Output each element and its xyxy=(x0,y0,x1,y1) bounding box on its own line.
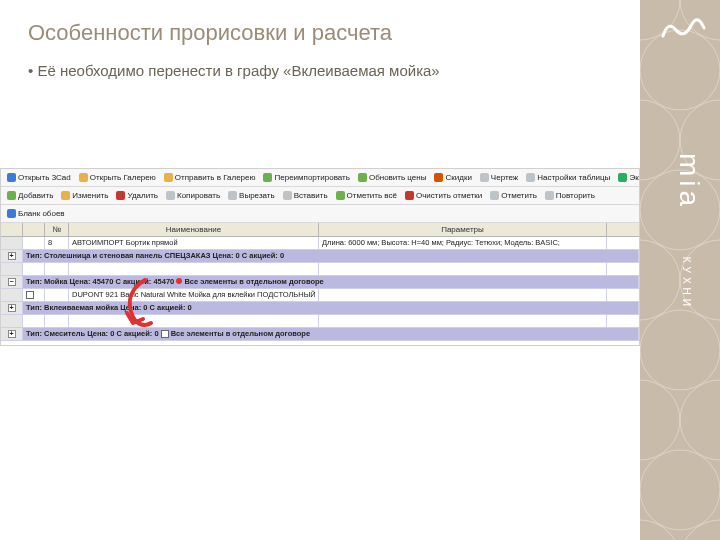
copy-button[interactable]: Копировать xyxy=(164,190,222,201)
edit-label: Изменить xyxy=(72,191,108,200)
row-params: Длина: 6000 мм; Высота: H=40 мм; Радиус:… xyxy=(319,237,607,249)
table-settings-label: Настройки таблицы xyxy=(537,173,610,182)
refresh-prices-button[interactable]: Обновить цены xyxy=(356,172,429,183)
group-mixer-label: Тип: Смеситель Цена: 0 С акцией: 0 Все э… xyxy=(23,328,639,340)
slide-bullet: Её необходимо перенести в графу «Вклеива… xyxy=(28,62,440,79)
svg-point-12 xyxy=(640,520,680,540)
checkbox[interactable] xyxy=(26,291,34,299)
drawing-label: Чертеж xyxy=(491,173,518,182)
add-label: Добавить xyxy=(18,191,53,200)
toolbar-extra: Бланк обоев xyxy=(1,205,639,223)
export-excel-label: Экспорт в Excel xyxy=(629,173,639,182)
cut-button[interactable]: Вырезать xyxy=(226,190,277,201)
drawing-button[interactable]: Чертеж xyxy=(478,172,520,183)
paste-button[interactable]: Вставить xyxy=(281,190,330,201)
table-settings-button[interactable]: Настройки таблицы xyxy=(524,172,612,183)
discounts-button[interactable]: Скидки xyxy=(432,172,473,183)
brand-sub: КУХНИ xyxy=(681,257,692,310)
svg-point-6 xyxy=(640,240,680,320)
send-gallery-button[interactable]: Отправить в Галерею xyxy=(162,172,258,183)
mark-label: Отметить xyxy=(501,191,537,200)
wallpaper-label: Бланк обоев xyxy=(18,209,65,218)
table-row[interactable]: 8 АВТОИМПОРТ Бортик прямой Длина: 6000 м… xyxy=(1,237,639,250)
delete-label: Удалить xyxy=(127,191,158,200)
group-mixer[interactable]: + Тип: Смеситель Цена: 0 С акцией: 0 Все… xyxy=(1,328,639,341)
checkbox[interactable] xyxy=(161,330,169,338)
group-glued-label: Тип: Вклеиваемая мойка Цена: 0 С акцией:… xyxy=(23,302,639,314)
marker-icon xyxy=(176,278,182,284)
pattern-overlay xyxy=(640,0,720,540)
header-name[interactable]: Наименование xyxy=(69,223,319,236)
table-row[interactable] xyxy=(1,263,639,276)
cut-label: Вырезать xyxy=(239,191,275,200)
refresh-prices-label: Обновить цены xyxy=(369,173,427,182)
svg-point-11 xyxy=(640,450,720,530)
row-name: DUPONT 921 Basic Natural White Мойка для… xyxy=(69,289,319,301)
header-params[interactable]: Параметры xyxy=(319,223,607,236)
repeat-button[interactable]: Повторить xyxy=(543,190,597,201)
toolbar-edit: Добавить Изменить Удалить Копировать Выр… xyxy=(1,187,639,205)
group-sink[interactable]: − Тип: Мойка Цена: 45470 С акцией: 45470… xyxy=(1,276,639,289)
select-all-label: Отметить всё xyxy=(347,191,397,200)
clear-marks-label: Очистить отметки xyxy=(416,191,482,200)
discounts-label: Скидки xyxy=(445,173,471,182)
slide-title: Особенности прорисовки и расчета xyxy=(28,20,392,46)
clear-marks-button[interactable]: Очистить отметки xyxy=(403,190,484,201)
row-index: 8 xyxy=(45,237,69,249)
edit-button[interactable]: Изменить xyxy=(59,190,110,201)
open-3cad-label: Открыть 3Cad xyxy=(18,173,71,182)
brand-logo-icon xyxy=(658,10,708,44)
svg-point-10 xyxy=(680,380,720,460)
group-glued-sink[interactable]: + Тип: Вклеиваемая мойка Цена: 0 С акцие… xyxy=(1,302,639,315)
header-blank xyxy=(23,223,45,236)
toolbar-main: Открыть 3Cad Открыть Галерею Отправить в… xyxy=(1,169,639,187)
open-3cad-button[interactable]: Открыть 3Cad xyxy=(5,172,73,183)
expand-icon[interactable]: + xyxy=(8,304,16,312)
open-gallery-label: Открыть Галерею xyxy=(90,173,156,182)
grid-header: № Наименование Параметры xyxy=(1,223,639,237)
repeat-label: Повторить xyxy=(556,191,595,200)
mark-button[interactable]: Отметить xyxy=(488,190,539,201)
paste-label: Вставить xyxy=(294,191,328,200)
brand-sidebar: mia КУХНИ xyxy=(640,0,720,540)
table-row-sink[interactable]: DUPONT 921 Basic Natural White Мойка для… xyxy=(1,289,639,302)
reimport-label: Переимпортировать xyxy=(274,173,349,182)
copy-label: Копировать xyxy=(177,191,220,200)
collapse-icon[interactable]: − xyxy=(8,278,16,286)
reimport-button[interactable]: Переимпортировать xyxy=(261,172,351,183)
header-num[interactable]: № xyxy=(45,223,69,236)
app-window: Открыть 3Cad Открыть Галерею Отправить в… xyxy=(0,168,640,346)
expand-icon[interactable]: + xyxy=(8,330,16,338)
svg-point-9 xyxy=(640,380,680,460)
group-sink-label: Тип: Мойка Цена: 45470 С акцией: 45470 В… xyxy=(23,276,639,288)
expand-icon[interactable]: + xyxy=(8,252,16,260)
export-excel-button[interactable]: Экспорт в Excel xyxy=(616,172,639,183)
select-all-button[interactable]: Отметить всё xyxy=(334,190,399,201)
send-gallery-label: Отправить в Галерею xyxy=(175,173,256,182)
group-worktop-label: Тип: Столешница и стеновая панель СПЕЦЗА… xyxy=(23,250,639,262)
add-button[interactable]: Добавить xyxy=(5,190,55,201)
open-gallery-button[interactable]: Открыть Галерею xyxy=(77,172,158,183)
brand-name: mia xyxy=(673,153,705,210)
wallpaper-button[interactable]: Бланк обоев xyxy=(5,208,67,219)
delete-button[interactable]: Удалить xyxy=(114,190,160,201)
row-name: АВТОИМПОРТ Бортик прямой xyxy=(69,237,319,249)
header-expand xyxy=(1,223,23,236)
group-worktop[interactable]: + Тип: Столешница и стеновая панель СПЕЦ… xyxy=(1,250,639,263)
svg-point-8 xyxy=(640,310,720,390)
svg-point-13 xyxy=(680,520,720,540)
table-row[interactable] xyxy=(1,315,639,328)
